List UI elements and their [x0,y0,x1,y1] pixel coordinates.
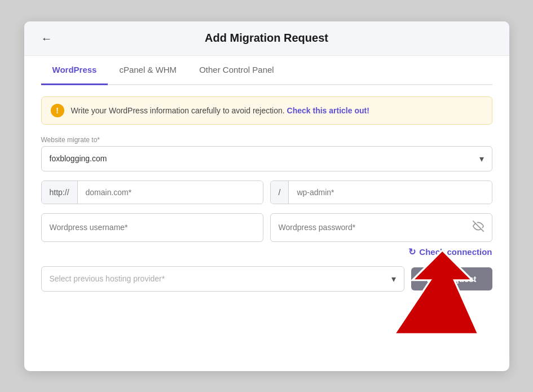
check-connection-row: ↻ Check connection [41,246,492,257]
website-dropdown[interactable]: foxblogging.com ▾ [41,146,492,171]
website-value: foxblogging.com [50,154,107,163]
username-input[interactable] [41,213,263,242]
alert-message: Write your WordPress information careful… [71,106,369,115]
password-input[interactable] [279,223,473,232]
path-input[interactable] [289,181,491,204]
website-label: Website migrate to* [41,136,492,144]
hosting-provider-dropdown[interactable]: Select previous hosting provider* ▾ [41,266,404,292]
modal-container: ← Add Migration Request WordPress cPanel… [24,21,509,371]
check-connection-label: Check connection [419,247,492,257]
url-prefix-label: http:// [42,181,78,204]
tab-other-control-panel[interactable]: Other Control Panel [188,56,285,85]
url-prefix-field: http:// [41,180,263,204]
url-row: http:// / [41,180,492,204]
password-toggle-icon[interactable] [473,221,484,235]
password-field-wrapper [270,213,492,242]
tab-wordpress[interactable]: WordPress [41,56,108,85]
tab-bar: WordPress cPanel & WHM Other Control Pan… [41,56,492,85]
dropdown-arrow-icon: ▾ [479,153,484,164]
tab-cpanel[interactable]: cPanel & WHM [108,56,188,85]
modal-body: WordPress cPanel & WHM Other Control Pan… [24,56,509,309]
modal-header: ← Add Migration Request [24,21,509,56]
check-connection-button[interactable]: ↻ Check connection [408,246,492,257]
url-separator-label: / [271,181,289,204]
page-title: Add Migration Request [205,32,328,45]
alert-icon: ! [51,104,64,117]
add-request-button[interactable]: Add request [411,267,492,290]
hosting-provider-placeholder: Select previous hosting provider* [50,274,165,283]
alert-banner: ! Write your WordPress information caref… [41,96,492,125]
alert-text-content: Write your WordPress information careful… [71,106,285,115]
refresh-icon: ↻ [408,246,416,257]
back-button[interactable]: ← [41,33,52,44]
domain-input[interactable] [78,181,263,204]
website-migrate-group: Website migrate to* foxblogging.com ▾ [41,136,492,171]
alert-article-link[interactable]: Check this article out! [287,106,369,115]
url-suffix-field: / [270,180,492,204]
credentials-row [41,213,492,242]
hosting-dropdown-arrow-icon: ▾ [391,274,396,284]
bottom-row: Select previous hosting provider* ▾ Add … [41,266,492,292]
